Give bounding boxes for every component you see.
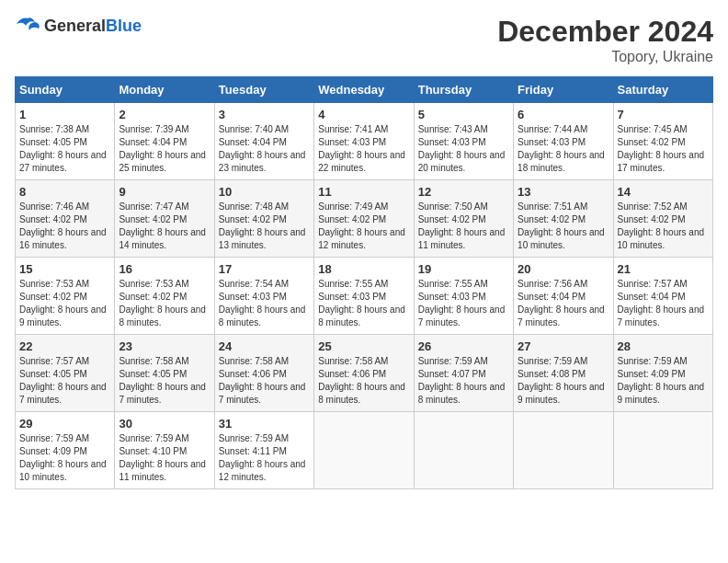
day-number: 3	[219, 108, 310, 121]
day-info: Sunrise: 7:59 AMSunset: 4:11 PMDaylight:…	[219, 432, 310, 484]
day-number: 14	[618, 185, 709, 199]
day-info: Sunrise: 7:47 AMSunset: 4:02 PMDaylight:…	[119, 201, 210, 252]
day-info: Sunrise: 7:58 AMSunset: 4:05 PMDaylight:…	[119, 355, 210, 407]
day-number: 19	[418, 262, 509, 276]
logo-blue: Blue	[106, 17, 142, 35]
day-number: 22	[19, 339, 110, 353]
calendar-cell: 31Sunrise: 7:59 AMSunset: 4:11 PMDayligh…	[214, 412, 313, 489]
calendar-cell: 18Sunrise: 7:55 AMSunset: 4:03 PMDayligh…	[314, 258, 414, 335]
calendar-cell: 30Sunrise: 7:59 AMSunset: 4:10 PMDayligh…	[115, 412, 214, 489]
day-number: 9	[119, 185, 210, 199]
weekday-header-monday: Monday	[115, 77, 214, 103]
day-number: 26	[418, 339, 509, 353]
day-info: Sunrise: 7:53 AMSunset: 4:02 PMDaylight:…	[119, 278, 210, 329]
day-info: Sunrise: 7:59 AMSunset: 4:09 PMDaylight:…	[19, 432, 110, 484]
day-number: 20	[518, 262, 609, 276]
day-info: Sunrise: 7:49 AMSunset: 4:02 PMDaylight:…	[318, 201, 409, 252]
day-info: Sunrise: 7:44 AMSunset: 4:03 PMDaylight:…	[518, 123, 609, 175]
calendar-table: SundayMondayTuesdayWednesdayThursdayFrid…	[15, 76, 713, 489]
weekday-header-row: SundayMondayTuesdayWednesdayThursdayFrid…	[16, 77, 713, 103]
calendar-cell	[414, 412, 513, 489]
day-info: Sunrise: 7:57 AMSunset: 4:04 PMDaylight:…	[618, 278, 709, 329]
day-number: 13	[518, 185, 609, 199]
calendar-cell: 24Sunrise: 7:58 AMSunset: 4:06 PMDayligh…	[214, 335, 313, 412]
day-info: Sunrise: 7:59 AMSunset: 4:07 PMDaylight:…	[418, 355, 509, 407]
calendar-cell: 5Sunrise: 7:43 AMSunset: 4:03 PMDaylight…	[414, 103, 513, 180]
calendar-cell: 27Sunrise: 7:59 AMSunset: 4:08 PMDayligh…	[514, 335, 613, 412]
calendar-cell: 29Sunrise: 7:59 AMSunset: 4:09 PMDayligh…	[16, 412, 115, 489]
logo-text: GeneralBlue	[44, 17, 142, 36]
calendar-cell: 12Sunrise: 7:50 AMSunset: 4:02 PMDayligh…	[414, 180, 513, 258]
calendar-cell	[613, 412, 712, 489]
day-number: 16	[119, 262, 210, 276]
day-info: Sunrise: 7:55 AMSunset: 4:03 PMDaylight:…	[318, 278, 409, 329]
day-number: 6	[518, 108, 609, 121]
week-row-2: 8Sunrise: 7:46 AMSunset: 4:02 PMDaylight…	[16, 180, 713, 258]
day-number: 5	[418, 108, 509, 121]
month-title: December 2024	[497, 15, 713, 49]
calendar-cell: 8Sunrise: 7:46 AMSunset: 4:02 PMDaylight…	[16, 180, 115, 258]
calendar-cell: 25Sunrise: 7:58 AMSunset: 4:06 PMDayligh…	[314, 335, 414, 412]
weekday-header-tuesday: Tuesday	[214, 77, 313, 103]
day-info: Sunrise: 7:54 AMSunset: 4:03 PMDaylight:…	[219, 278, 310, 329]
header: GeneralBlue December 2024 Topory, Ukrain…	[15, 15, 713, 65]
day-info: Sunrise: 7:52 AMSunset: 4:02 PMDaylight:…	[618, 201, 709, 252]
calendar-cell: 1Sunrise: 7:38 AMSunset: 4:05 PMDaylight…	[16, 103, 115, 180]
day-number: 8	[19, 185, 110, 199]
calendar-cell: 28Sunrise: 7:59 AMSunset: 4:09 PMDayligh…	[613, 335, 712, 412]
day-number: 2	[119, 108, 210, 121]
day-info: Sunrise: 7:57 AMSunset: 4:05 PMDaylight:…	[19, 355, 110, 407]
calendar-cell: 9Sunrise: 7:47 AMSunset: 4:02 PMDaylight…	[115, 180, 214, 258]
day-number: 30	[119, 417, 210, 431]
calendar-cell: 11Sunrise: 7:49 AMSunset: 4:02 PMDayligh…	[314, 180, 414, 258]
calendar-cell: 10Sunrise: 7:48 AMSunset: 4:02 PMDayligh…	[214, 180, 313, 258]
logo-general: General	[44, 17, 106, 35]
calendar-cell: 14Sunrise: 7:52 AMSunset: 4:02 PMDayligh…	[613, 180, 712, 258]
weekday-header-thursday: Thursday	[414, 77, 513, 103]
day-info: Sunrise: 7:39 AMSunset: 4:04 PMDaylight:…	[119, 123, 210, 175]
weekday-header-wednesday: Wednesday	[314, 77, 414, 103]
day-info: Sunrise: 7:45 AMSunset: 4:02 PMDaylight:…	[618, 123, 709, 175]
day-number: 4	[318, 108, 409, 121]
weekday-header-friday: Friday	[514, 77, 613, 103]
day-number: 17	[219, 262, 310, 276]
calendar-cell: 15Sunrise: 7:53 AMSunset: 4:02 PMDayligh…	[16, 258, 115, 335]
day-number: 11	[318, 185, 409, 199]
calendar-cell: 22Sunrise: 7:57 AMSunset: 4:05 PMDayligh…	[16, 335, 115, 412]
day-info: Sunrise: 7:55 AMSunset: 4:03 PMDaylight:…	[418, 278, 509, 329]
location-title: Topory, Ukraine	[497, 49, 713, 65]
day-info: Sunrise: 7:43 AMSunset: 4:03 PMDaylight:…	[418, 123, 509, 175]
day-info: Sunrise: 7:41 AMSunset: 4:03 PMDaylight:…	[318, 123, 409, 175]
day-info: Sunrise: 7:59 AMSunset: 4:09 PMDaylight:…	[618, 355, 709, 407]
calendar-cell: 4Sunrise: 7:41 AMSunset: 4:03 PMDaylight…	[314, 103, 414, 180]
day-number: 23	[119, 339, 210, 353]
calendar-cell: 23Sunrise: 7:58 AMSunset: 4:05 PMDayligh…	[115, 335, 214, 412]
calendar-cell	[514, 412, 613, 489]
calendar-cell: 21Sunrise: 7:57 AMSunset: 4:04 PMDayligh…	[613, 258, 712, 335]
calendar-cell: 26Sunrise: 7:59 AMSunset: 4:07 PMDayligh…	[414, 335, 513, 412]
day-number: 18	[318, 262, 409, 276]
day-number: 28	[618, 339, 709, 353]
day-number: 7	[618, 108, 709, 121]
day-info: Sunrise: 7:56 AMSunset: 4:04 PMDaylight:…	[518, 278, 609, 329]
calendar-cell: 13Sunrise: 7:51 AMSunset: 4:02 PMDayligh…	[514, 180, 613, 258]
calendar-cell: 2Sunrise: 7:39 AMSunset: 4:04 PMDaylight…	[115, 103, 214, 180]
calendar-cell: 17Sunrise: 7:54 AMSunset: 4:03 PMDayligh…	[214, 258, 313, 335]
weekday-header-sunday: Sunday	[16, 77, 115, 103]
day-info: Sunrise: 7:48 AMSunset: 4:02 PMDaylight:…	[219, 201, 310, 252]
day-number: 21	[618, 262, 709, 276]
calendar-cell	[314, 412, 414, 489]
day-info: Sunrise: 7:59 AMSunset: 4:10 PMDaylight:…	[119, 432, 210, 484]
day-info: Sunrise: 7:51 AMSunset: 4:02 PMDaylight:…	[518, 201, 609, 252]
week-row-5: 29Sunrise: 7:59 AMSunset: 4:09 PMDayligh…	[16, 412, 713, 489]
day-info: Sunrise: 7:53 AMSunset: 4:02 PMDaylight:…	[19, 278, 110, 329]
calendar-cell: 19Sunrise: 7:55 AMSunset: 4:03 PMDayligh…	[414, 258, 513, 335]
day-info: Sunrise: 7:50 AMSunset: 4:02 PMDaylight:…	[418, 201, 509, 252]
day-info: Sunrise: 7:38 AMSunset: 4:05 PMDaylight:…	[19, 123, 110, 175]
calendar-cell: 3Sunrise: 7:40 AMSunset: 4:04 PMDaylight…	[214, 103, 313, 180]
day-info: Sunrise: 7:46 AMSunset: 4:02 PMDaylight:…	[19, 201, 110, 252]
day-number: 15	[19, 262, 110, 276]
day-number: 27	[518, 339, 609, 353]
weekday-header-saturday: Saturday	[613, 77, 712, 103]
day-info: Sunrise: 7:40 AMSunset: 4:04 PMDaylight:…	[219, 123, 310, 175]
